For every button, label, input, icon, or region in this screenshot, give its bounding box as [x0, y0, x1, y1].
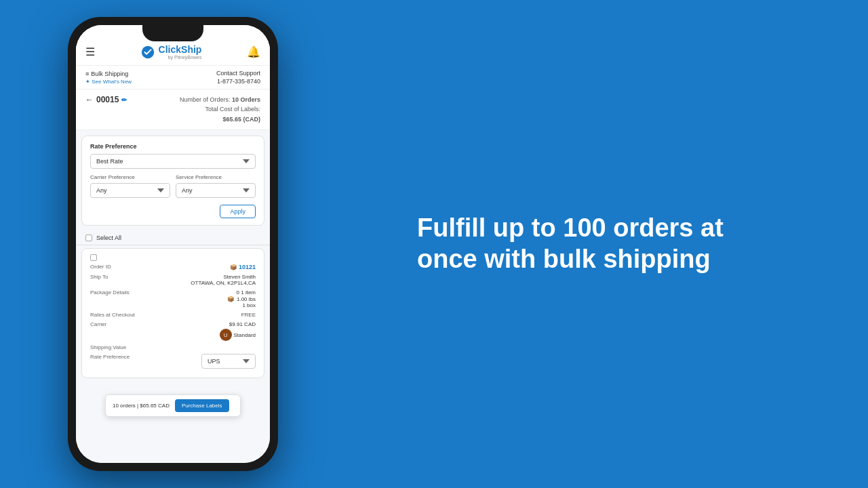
ship-to-address: OTTAWA, ON, K2P1L4,CA [191, 280, 256, 286]
rates-value: FREE [241, 312, 256, 318]
package-weight: 1.00 lbs [237, 296, 256, 302]
rate-preference-select[interactable]: Best Rate [90, 154, 256, 169]
hero-section: Fulfill up to 100 orders at once with bu… [278, 186, 868, 302]
service-pref-label: Service Preference [176, 174, 256, 180]
bulk-shipping-label: Bulk Shipping [91, 70, 128, 77]
carrier-service-row: Carrier Preference Any Service Preferenc… [90, 174, 256, 198]
logo-text: ClickShip [159, 44, 202, 55]
list-icon: ≡ [85, 70, 89, 77]
package-icon: 📦 [227, 296, 235, 302]
tooltip-text: 10 orders | $65.65 CAD [113, 403, 170, 409]
rate-preference-card: Rate Preference Best Rate Carrier Prefer… [81, 136, 264, 226]
order-id-section: ← 00015 ✏ [85, 95, 127, 104]
total-cost-label: Total Cost of Labels: [205, 106, 260, 113]
package-count: 0 1 item [227, 289, 256, 296]
carrier-logo-icon: U [220, 329, 232, 341]
sub-nav-left: ≡ Bulk Shipping ✦ See What's New [85, 70, 132, 85]
carrier-pref-label: Carrier Preference [90, 174, 170, 180]
total-cost-value: $65.65 (CAD) [222, 116, 260, 123]
sub-nav: ≡ Bulk Shipping ✦ See What's New Contact… [76, 66, 270, 89]
phone-mockup: ☰ ClickShip by PitneyBowes 🔔 [68, 17, 278, 471]
apply-btn-row: Apply [90, 205, 256, 218]
phone-number[interactable]: 1-877-335-8740 [217, 78, 260, 85]
ship-icon: 📦 [230, 264, 239, 270]
phone-screen: ☰ ClickShip by PitneyBowes 🔔 [76, 25, 270, 463]
carrier-field-label: Carrier [90, 321, 106, 327]
order-id-field-label: Order ID [90, 264, 111, 270]
order-stats: Number of Orders: 10 Orders Total Cost o… [180, 95, 260, 124]
rate-pref-field-label: Rate Preference [90, 354, 130, 360]
order-header: ← 00015 ✏ Number of Orders: 10 Orders To… [76, 89, 270, 130]
shipping-value-row: Shipping Value [90, 344, 256, 350]
service-col: Service Preference Any [176, 174, 256, 198]
select-all-checkbox[interactable] [85, 235, 92, 241]
carrier-preference-select[interactable]: Any [90, 183, 170, 198]
order-card: Order ID 📦 10121 Ship To Steven Smith OT… [81, 248, 264, 378]
logo-area: ClickShip by PitneyBowes [140, 44, 202, 60]
edit-icon[interactable]: ✏ [121, 96, 127, 104]
package-field-label: Package Details [90, 289, 130, 296]
num-orders-label: Number of Orders: [180, 96, 231, 103]
order-id-row: Order ID 📦 10121 [90, 264, 256, 270]
phone-notch [142, 25, 203, 41]
shipping-value-label: Shipping Value [90, 344, 126, 350]
purchase-labels-button[interactable]: Purchase Labels [175, 399, 229, 412]
hero-text: Fulfill up to 100 orders at once with bu… [417, 213, 743, 274]
logo-sub: by PitneyBowes [159, 55, 202, 60]
rates-row: Rates at Checkout FREE [90, 312, 256, 318]
rate-pref-row: Rate Preference UPS [90, 354, 256, 369]
order-id-field-value: 10121 [239, 264, 256, 270]
carrier-value-section: $9.91 CAD U Standard [220, 321, 256, 341]
screen-content: ☰ ClickShip by PitneyBowes 🔔 [76, 25, 270, 463]
carrier-name: Standard [234, 332, 256, 338]
sub-nav-right: Contact Support 1-877-335-8740 [216, 70, 260, 85]
package-box: 1 box [227, 302, 256, 308]
select-all-label: Select All [96, 235, 121, 241]
ship-to-field-label: Ship To [90, 274, 108, 280]
ship-to-row: Ship To Steven Smith OTTAWA, ON, K2P1L4,… [90, 274, 256, 286]
contact-support-label[interactable]: Contact Support [216, 70, 260, 77]
rate-pref-carrier-select[interactable]: UPS [201, 354, 256, 369]
bell-icon[interactable]: 🔔 [247, 45, 260, 58]
see-whats-new-link[interactable]: ✦ See What's New [85, 79, 132, 85]
select-all-row: Select All [76, 231, 270, 245]
order-id-display: 00015 [96, 95, 119, 104]
service-preference-select[interactable]: Any [176, 183, 256, 198]
apply-button[interactable]: Apply [220, 205, 256, 218]
package-row: Package Details 0 1 item 📦 1.00 lbs 1 bo… [90, 289, 256, 308]
rates-field-label: Rates at Checkout [90, 312, 135, 318]
bulk-shipping-link[interactable]: ≡ Bulk Shipping [85, 70, 132, 77]
rate-pref-label: Rate Preference [90, 143, 256, 150]
carrier-row: Carrier $9.91 CAD U Standard [90, 321, 256, 341]
carrier-price: $9.91 CAD [229, 321, 256, 327]
num-orders-value: 10 Orders [232, 96, 260, 103]
carrier-col: Carrier Preference Any [90, 174, 170, 198]
order-item-checkbox[interactable] [90, 254, 97, 261]
back-arrow-icon[interactable]: ← [85, 95, 94, 104]
logo-icon [140, 45, 155, 60]
purchase-tooltip: 10 orders | $65.65 CAD Purchase Labels [105, 394, 241, 417]
order-checkbox-row [90, 254, 256, 261]
ship-to-name: Steven Smith [191, 274, 256, 280]
hamburger-icon[interactable]: ☰ [85, 45, 95, 58]
